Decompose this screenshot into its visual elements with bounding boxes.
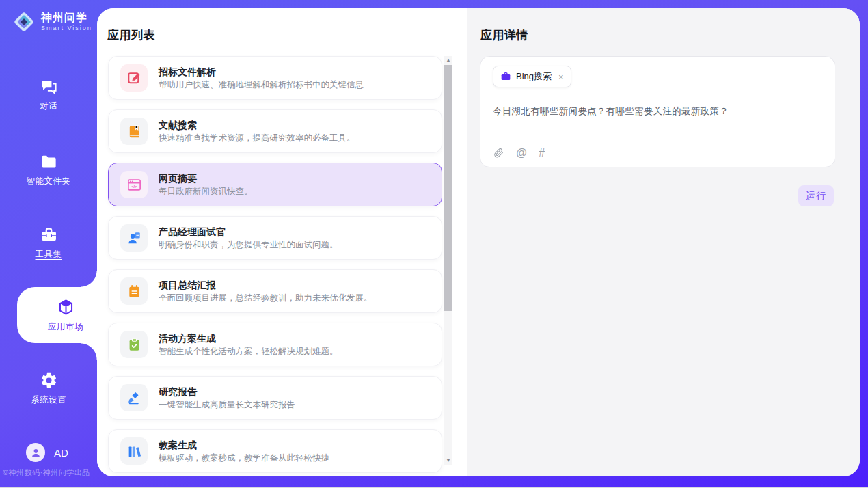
chip-close-icon[interactable]: × bbox=[558, 72, 564, 81]
app-description: 智能生成个性化活动方案，轻松解决规划难题。 bbox=[159, 347, 338, 356]
brand-name: 神州问学 bbox=[41, 12, 92, 24]
app-detail-title: 应用详情 bbox=[480, 27, 528, 43]
sidebar-item-settings[interactable]: 系统设置 bbox=[0, 371, 97, 406]
copyright-footer: ©神州数码·神州问学出品 bbox=[3, 467, 105, 478]
app-name: 研究报告 bbox=[159, 387, 295, 396]
app-description: 模板驱动，教案秒成，教学准备从此轻松快捷 bbox=[159, 454, 329, 463]
app-card-8[interactable]: 教案生成模板驱动，教案秒成，教学准备从此轻松快捷 bbox=[108, 429, 442, 473]
brand: 神州问学 Smart Vision bbox=[12, 10, 92, 34]
app-card-6[interactable]: 活动方案生成智能生成个性化活动方案，轻松解决规划难题。 bbox=[108, 323, 442, 366]
scrollbar-thumb[interactable] bbox=[444, 65, 452, 311]
toolbox-icon bbox=[40, 226, 58, 244]
interviewer-icon bbox=[120, 224, 148, 252]
at-sign-icon[interactable]: @ bbox=[516, 148, 527, 159]
app-card-3[interactable]: </>网页摘要每日政府新闻资讯快查。 bbox=[108, 163, 442, 206]
active-nav-highlight: 应用市场 bbox=[17, 287, 97, 343]
doc-edit-icon bbox=[120, 64, 148, 92]
microscope-icon bbox=[120, 384, 148, 411]
app-list-panel: 应用列表 招标文件解析帮助用户快速、准确地理解和解析招标书中的关键信息文献搜索快… bbox=[97, 8, 467, 476]
sidebar-item-smart-folder[interactable]: 智能文件夹 bbox=[0, 152, 97, 187]
app-card-4[interactable]: 产品经理面试官明确身份和职责，为您提供专业性的面试问题。 bbox=[108, 216, 442, 260]
person-icon bbox=[30, 447, 42, 459]
folder-icon bbox=[40, 152, 58, 171]
app-name: 产品经理面试官 bbox=[159, 227, 338, 236]
brand-logo-icon bbox=[12, 10, 36, 34]
notepad-icon bbox=[120, 277, 148, 305]
scrollbar-up-arrow[interactable]: ▲ bbox=[444, 56, 452, 64]
sidebar-item-toolset[interactable]: 工具集 bbox=[0, 226, 97, 260]
app-card-7[interactable]: 研究报告一键智能生成高质量长文本研究报告 bbox=[108, 376, 442, 420]
svg-text:</>: </> bbox=[131, 184, 137, 189]
app-name: 文献搜索 bbox=[159, 120, 355, 130]
books-icon bbox=[120, 437, 148, 465]
brand-tagline: Smart Vision bbox=[41, 25, 92, 32]
prompt-input[interactable]: 今日湖北有哪些新闻要点？有哪些需要关注的最新政策？ bbox=[493, 105, 822, 118]
scrollbar[interactable]: ▲ ▼ bbox=[444, 56, 452, 465]
cube-icon bbox=[57, 298, 75, 316]
sidebar: 神州问学 Smart Vision 对话智能文件夹工具集应用市场系统设置 AD … bbox=[0, 0, 97, 488]
chat-icon bbox=[40, 77, 58, 96]
sidebar-item-chat[interactable]: 对话 bbox=[0, 77, 97, 112]
app-description: 一键智能生成高质量长文本研究报告 bbox=[159, 401, 295, 409]
app-card-2[interactable]: 文献搜索快速精准查找学术资源，提高研究效率的必备工具。 bbox=[108, 109, 442, 153]
attachment-toolbar: @ # bbox=[493, 147, 822, 159]
app-detail-panel: 应用详情 Bing搜索 × 今日湖北有哪些新闻要点？有哪些需要关注的最新政策？ … bbox=[467, 8, 860, 476]
app-name: 招标文件解析 bbox=[159, 67, 364, 77]
app-description: 帮助用户快速、准确地理解和解析招标书中的关键信息 bbox=[159, 81, 364, 90]
app-name: 活动方案生成 bbox=[159, 334, 338, 343]
app-name: 网页摘要 bbox=[159, 174, 253, 183]
sidebar-item-label: 工具集 bbox=[36, 249, 62, 260]
hash-icon[interactable]: # bbox=[539, 148, 545, 159]
app-name: 教案生成 bbox=[159, 440, 329, 450]
app-card-list: 招标文件解析帮助用户快速、准确地理解和解析招标书中的关键信息文献搜索快速精准查找… bbox=[108, 56, 442, 476]
app-card-1[interactable]: 招标文件解析帮助用户快速、准确地理解和解析招标书中的关键信息 bbox=[108, 56, 442, 100]
scrollbar-down-arrow[interactable]: ▼ bbox=[444, 457, 452, 465]
app-description: 明确身份和职责，为您提供专业性的面试问题。 bbox=[159, 241, 338, 249]
app-list-title: 应用列表 bbox=[107, 27, 155, 43]
run-button[interactable]: 运行 bbox=[798, 185, 834, 206]
paperclip-icon[interactable] bbox=[493, 147, 504, 159]
clipboard-check-icon bbox=[120, 331, 148, 358]
avatar bbox=[26, 443, 45, 462]
browser-code-icon: </> bbox=[120, 171, 148, 198]
sidebar-item-label: 智能文件夹 bbox=[27, 176, 71, 187]
briefcase-icon bbox=[500, 71, 511, 82]
tool-chip-bing-search[interactable]: Bing搜索 × bbox=[493, 66, 571, 87]
app-name: 项目总结汇报 bbox=[159, 280, 372, 290]
tool-chip-label: Bing搜索 bbox=[516, 70, 552, 83]
sidebar-item-label: 对话 bbox=[40, 100, 57, 112]
app-description: 每日政府新闻资讯快查。 bbox=[159, 187, 253, 196]
app-description: 全面回顾项目进展，总结经验教训，助力未来优化发展。 bbox=[159, 294, 372, 303]
app-card-5[interactable]: 项目总结汇报全面回顾项目进展，总结经验教训，助力未来优化发展。 bbox=[108, 269, 442, 313]
user-initials: AD bbox=[54, 447, 68, 459]
sidebar-item-label: 系统设置 bbox=[31, 394, 66, 406]
app-description: 快速精准查找学术资源，提高研究效率的必备工具。 bbox=[159, 134, 355, 143]
user-account[interactable]: AD bbox=[26, 443, 68, 462]
prompt-card: Bing搜索 × 今日湖北有哪些新闻要点？有哪些需要关注的最新政策？ @ # bbox=[480, 56, 835, 167]
gear-icon bbox=[40, 371, 58, 390]
content-frame: 应用列表 招标文件解析帮助用户快速、准确地理解和解析招标书中的关键信息文献搜索快… bbox=[97, 8, 860, 476]
book-icon bbox=[120, 118, 148, 145]
sidebar-item-label: 应用市场 bbox=[48, 321, 83, 333]
